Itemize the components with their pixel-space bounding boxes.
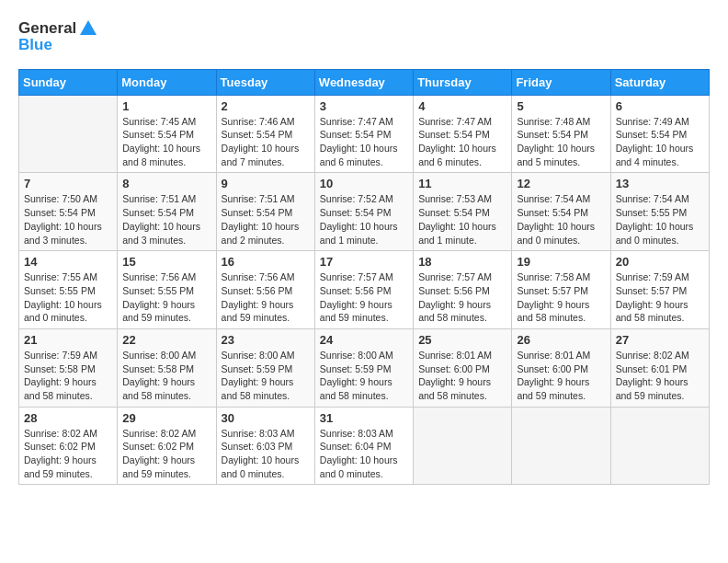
day-info: Sunrise: 8:02 AMSunset: 6:02 PMDaylight:… (122, 427, 210, 481)
weekday-header: Sunday (19, 69, 118, 95)
calendar-cell: 1 Sunrise: 7:45 AMSunset: 5:54 PMDayligh… (118, 95, 216, 173)
weekday-header: Friday (512, 69, 610, 95)
day-number: 24 (320, 333, 408, 347)
day-number: 11 (418, 177, 506, 190)
svg-marker-0 (80, 20, 97, 35)
calendar-cell (19, 95, 118, 173)
day-number: 26 (517, 333, 605, 347)
day-number: 17 (320, 255, 408, 269)
logo-blue: Blue (18, 37, 98, 54)
calendar-cell: 14 Sunrise: 7:55 AMSunset: 5:55 PMDaylig… (19, 251, 118, 329)
logo: General Blue (18, 18, 98, 54)
day-number: 1 (122, 99, 210, 113)
day-info: Sunrise: 7:58 AMSunset: 5:57 PMDaylight:… (517, 270, 605, 325)
day-number: 25 (418, 333, 506, 347)
page-header: General Blue (18, 18, 710, 54)
day-number: 28 (24, 411, 112, 425)
calendar-cell: 19 Sunrise: 7:58 AMSunset: 5:57 PMDaylig… (512, 251, 610, 329)
day-number: 8 (122, 177, 210, 190)
day-info: Sunrise: 7:50 AMSunset: 5:54 PMDaylight:… (24, 192, 112, 247)
day-info: Sunrise: 8:00 AMSunset: 5:58 PMDaylight:… (122, 349, 210, 403)
day-info: Sunrise: 8:02 AMSunset: 6:01 PMDaylight:… (616, 349, 704, 403)
day-number: 22 (122, 333, 210, 347)
day-number: 4 (418, 99, 506, 113)
day-info: Sunrise: 7:52 AMSunset: 5:54 PMDaylight:… (320, 192, 408, 247)
day-info: Sunrise: 7:47 AMSunset: 5:54 PMDaylight:… (320, 115, 408, 169)
day-number: 12 (517, 177, 605, 190)
calendar-week: 28 Sunrise: 8:02 AMSunset: 6:02 PMDaylig… (19, 407, 710, 485)
calendar-cell: 28 Sunrise: 8:02 AMSunset: 6:02 PMDaylig… (19, 407, 118, 485)
calendar-week: 21 Sunrise: 7:59 AMSunset: 5:58 PMDaylig… (19, 328, 710, 407)
calendar-cell: 16 Sunrise: 7:56 AMSunset: 5:56 PMDaylig… (216, 251, 314, 329)
calendar-cell: 2 Sunrise: 7:46 AMSunset: 5:54 PMDayligh… (216, 95, 314, 173)
day-number: 21 (24, 333, 112, 347)
day-info: Sunrise: 7:56 AMSunset: 5:55 PMDaylight:… (122, 270, 210, 325)
day-number: 15 (122, 255, 210, 269)
day-info: Sunrise: 7:57 AMSunset: 5:56 PMDaylight:… (320, 270, 408, 325)
calendar-cell: 29 Sunrise: 8:02 AMSunset: 6:02 PMDaylig… (118, 407, 216, 485)
day-info: Sunrise: 7:45 AMSunset: 5:54 PMDaylight:… (122, 115, 210, 169)
day-info: Sunrise: 7:59 AMSunset: 5:57 PMDaylight:… (616, 270, 704, 325)
calendar-cell: 31 Sunrise: 8:03 AMSunset: 6:04 PMDaylig… (314, 407, 413, 485)
calendar-cell: 5 Sunrise: 7:48 AMSunset: 5:54 PMDayligh… (512, 95, 610, 173)
calendar-cell: 25 Sunrise: 8:01 AMSunset: 6:00 PMDaylig… (414, 328, 512, 407)
day-number: 3 (320, 99, 408, 113)
calendar-cell (414, 407, 512, 485)
calendar-table: SundayMondayTuesdayWednesdayThursdayFrid… (18, 69, 710, 486)
day-info: Sunrise: 7:47 AMSunset: 5:54 PMDaylight:… (418, 115, 506, 169)
day-info: Sunrise: 7:55 AMSunset: 5:55 PMDaylight:… (24, 270, 112, 325)
day-number: 29 (122, 411, 210, 425)
calendar-cell: 26 Sunrise: 8:01 AMSunset: 6:00 PMDaylig… (512, 328, 610, 407)
day-info: Sunrise: 8:00 AMSunset: 5:59 PMDaylight:… (222, 349, 310, 403)
calendar-cell: 15 Sunrise: 7:56 AMSunset: 5:55 PMDaylig… (118, 251, 216, 329)
calendar-cell (512, 407, 610, 485)
day-number: 31 (320, 411, 408, 425)
day-number: 16 (222, 255, 310, 269)
day-info: Sunrise: 7:53 AMSunset: 5:54 PMDaylight:… (418, 192, 506, 247)
calendar-cell: 17 Sunrise: 7:57 AMSunset: 5:56 PMDaylig… (314, 251, 413, 329)
calendar-week: 7 Sunrise: 7:50 AMSunset: 5:54 PMDayligh… (19, 173, 710, 251)
day-info: Sunrise: 8:01 AMSunset: 6:00 PMDaylight:… (517, 349, 605, 403)
day-number: 13 (616, 177, 704, 190)
day-info: Sunrise: 7:51 AMSunset: 5:54 PMDaylight:… (222, 192, 310, 247)
calendar-cell: 23 Sunrise: 8:00 AMSunset: 5:59 PMDaylig… (216, 328, 314, 407)
day-info: Sunrise: 8:00 AMSunset: 5:59 PMDaylight:… (320, 349, 408, 403)
calendar-cell: 12 Sunrise: 7:54 AMSunset: 5:54 PMDaylig… (512, 173, 610, 251)
day-number: 30 (222, 411, 310, 425)
calendar-cell: 4 Sunrise: 7:47 AMSunset: 5:54 PMDayligh… (414, 95, 512, 173)
calendar-cell: 18 Sunrise: 7:57 AMSunset: 5:56 PMDaylig… (414, 251, 512, 329)
day-info: Sunrise: 7:54 AMSunset: 5:54 PMDaylight:… (517, 192, 605, 247)
weekday-header: Thursday (414, 69, 512, 95)
day-number: 9 (222, 177, 310, 190)
day-number: 14 (24, 255, 112, 269)
day-number: 5 (517, 99, 605, 113)
day-info: Sunrise: 8:03 AMSunset: 6:04 PMDaylight:… (320, 427, 408, 481)
day-info: Sunrise: 7:56 AMSunset: 5:56 PMDaylight:… (222, 270, 310, 325)
day-number: 18 (418, 255, 506, 269)
calendar-cell: 13 Sunrise: 7:54 AMSunset: 5:55 PMDaylig… (610, 173, 709, 251)
day-info: Sunrise: 7:59 AMSunset: 5:58 PMDaylight:… (24, 349, 112, 403)
day-info: Sunrise: 7:49 AMSunset: 5:54 PMDaylight:… (616, 115, 704, 169)
day-info: Sunrise: 7:54 AMSunset: 5:55 PMDaylight:… (616, 192, 704, 247)
day-number: 20 (616, 255, 704, 269)
day-number: 27 (616, 333, 704, 347)
calendar-cell (610, 407, 709, 485)
calendar-cell: 9 Sunrise: 7:51 AMSunset: 5:54 PMDayligh… (216, 173, 314, 251)
calendar-cell: 21 Sunrise: 7:59 AMSunset: 5:58 PMDaylig… (19, 328, 118, 407)
calendar-cell: 24 Sunrise: 8:00 AMSunset: 5:59 PMDaylig… (314, 328, 413, 407)
day-info: Sunrise: 7:48 AMSunset: 5:54 PMDaylight:… (517, 115, 605, 169)
calendar-cell: 3 Sunrise: 7:47 AMSunset: 5:54 PMDayligh… (314, 95, 413, 173)
logo-icon (78, 18, 98, 39)
calendar-cell: 10 Sunrise: 7:52 AMSunset: 5:54 PMDaylig… (314, 173, 413, 251)
calendar-cell: 8 Sunrise: 7:51 AMSunset: 5:54 PMDayligh… (118, 173, 216, 251)
weekday-header: Monday (118, 69, 216, 95)
day-number: 10 (320, 177, 408, 190)
calendar-week: 1 Sunrise: 7:45 AMSunset: 5:54 PMDayligh… (19, 95, 710, 173)
day-number: 2 (222, 99, 310, 113)
day-number: 19 (517, 255, 605, 269)
calendar-cell: 30 Sunrise: 8:03 AMSunset: 6:03 PMDaylig… (216, 407, 314, 485)
calendar-cell: 6 Sunrise: 7:49 AMSunset: 5:54 PMDayligh… (610, 95, 709, 173)
day-info: Sunrise: 7:46 AMSunset: 5:54 PMDaylight:… (222, 115, 310, 169)
weekday-header: Saturday (610, 69, 709, 95)
calendar-cell: 11 Sunrise: 7:53 AMSunset: 5:54 PMDaylig… (414, 173, 512, 251)
